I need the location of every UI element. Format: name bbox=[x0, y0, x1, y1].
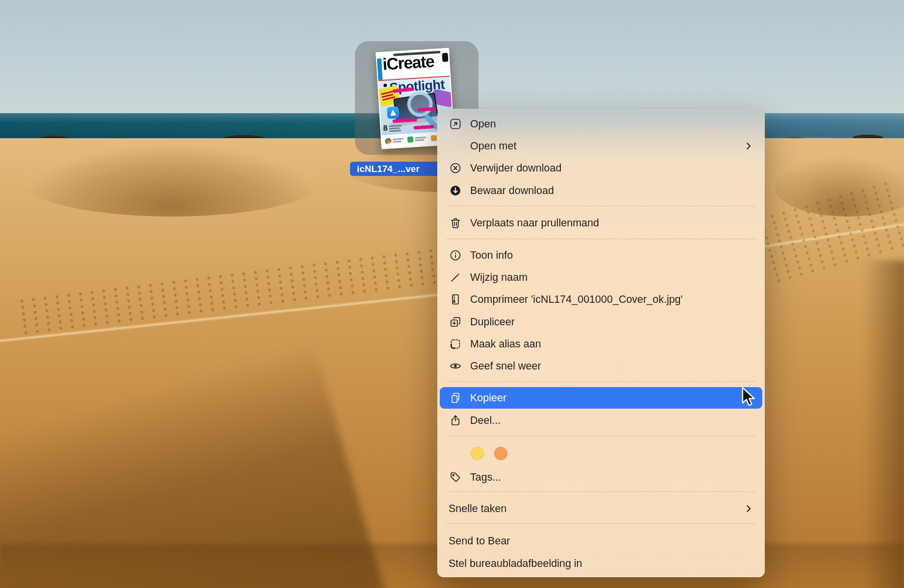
tag-color-orange[interactable] bbox=[494, 447, 507, 460]
tag-icon bbox=[449, 471, 462, 484]
menu-item-geef-snel-weer[interactable]: Geef snel weer bbox=[440, 355, 762, 377]
desktop: iCreate Spotlight 8 bbox=[0, 0, 904, 588]
menu-item-label: Open met bbox=[470, 140, 516, 152]
footprint-trail bbox=[19, 241, 501, 335]
dune-bowl-shadow bbox=[20, 143, 324, 217]
tag-color-yellow[interactable] bbox=[471, 447, 484, 460]
tag-colors-row bbox=[440, 442, 762, 464]
cover-label-pill bbox=[413, 125, 434, 130]
menu-item-label: Deel... bbox=[470, 415, 501, 427]
menu-separator bbox=[446, 239, 756, 239]
cover-appstore-icon bbox=[387, 106, 399, 119]
share-icon bbox=[449, 414, 462, 427]
menu-item-stel-bureaubladafbeelding[interactable]: Stel bureaubladafbeelding in bbox=[440, 553, 762, 574]
menu-item-label: Snelle taken bbox=[449, 503, 506, 515]
menu-item-label: Bewaar download bbox=[470, 185, 554, 197]
menu-item-send-to-bear[interactable]: Send to Bear bbox=[440, 530, 762, 552]
menu-separator bbox=[446, 381, 756, 382]
dune-shadow bbox=[863, 261, 904, 588]
file-name-label[interactable]: icNL174_...ver bbox=[350, 162, 441, 176]
info-icon bbox=[449, 249, 462, 262]
app-icon bbox=[431, 135, 437, 141]
menu-item-label: Wijzig naam bbox=[470, 271, 527, 284]
alias-icon bbox=[449, 338, 462, 350]
remove-download-icon bbox=[449, 162, 462, 174]
compress-zip-icon bbox=[449, 293, 462, 306]
menu-item-label: Stel bureaubladafbeelding in bbox=[449, 558, 582, 570]
empty-icon-slot bbox=[449, 140, 462, 152]
chrome-icon bbox=[385, 138, 392, 145]
duplicate-icon bbox=[449, 316, 462, 328]
menu-item-deel[interactable]: Deel... bbox=[440, 410, 762, 431]
menu-item-label: Comprimeer 'icNL174_001000_Cover_ok.jpg' bbox=[470, 294, 683, 306]
cover-dot bbox=[383, 83, 387, 87]
menu-item-maak-alias[interactable]: Maak alias aan bbox=[440, 333, 762, 355]
menu-item-verplaats-prullenmand[interactable]: Verplaats naar prullenmand bbox=[440, 212, 762, 234]
chevron-right-icon bbox=[744, 504, 753, 514]
cover-corner-number: 8 bbox=[383, 124, 388, 133]
menu-separator bbox=[446, 523, 756, 524]
menu-item-label: Send to Bear bbox=[449, 535, 510, 547]
cover-watch-icon bbox=[442, 53, 448, 62]
menu-separator bbox=[446, 206, 756, 206]
cover-masthead: iCreate bbox=[382, 52, 434, 74]
menu-item-kopieer[interactable]: Kopieer bbox=[440, 387, 762, 409]
menu-item-tags[interactable]: Tags... bbox=[440, 466, 762, 488]
app-icon bbox=[407, 136, 414, 143]
menu-item-snelle-taken[interactable]: Snelle taken bbox=[440, 498, 762, 519]
menu-item-open-met[interactable]: Open met bbox=[440, 135, 762, 157]
open-icon bbox=[449, 118, 462, 130]
quick-look-eye-icon bbox=[449, 360, 462, 372]
menu-item-label: Kopieer bbox=[470, 392, 506, 404]
menu-separator bbox=[446, 491, 756, 492]
trash-icon bbox=[449, 217, 462, 229]
menu-item-label: Verwijder download bbox=[470, 162, 561, 174]
cover-spine-strip bbox=[377, 58, 383, 80]
menu-item-label: Maak alias aan bbox=[470, 338, 541, 350]
mouse-cursor-icon bbox=[741, 387, 758, 408]
menu-item-label: Dupliceer bbox=[470, 316, 515, 328]
menu-item-label: Tags... bbox=[470, 471, 501, 484]
chevron-right-icon bbox=[744, 141, 753, 151]
context-menu: Open Open met Verwijder download Bewaar … bbox=[437, 109, 765, 577]
menu-item-label: Toon info bbox=[470, 249, 513, 262]
menu-item-label: Verplaats naar prullenmand bbox=[470, 217, 599, 229]
menu-item-label: Geef snel weer bbox=[470, 360, 541, 372]
menu-item-open[interactable]: Open bbox=[440, 113, 762, 135]
menu-item-toon-info[interactable]: Toon info bbox=[440, 245, 762, 266]
menu-separator bbox=[446, 436, 756, 436]
save-download-icon bbox=[449, 184, 462, 197]
rename-pencil-icon bbox=[449, 271, 462, 284]
menu-item-wijzig-naam[interactable]: Wijzig naam bbox=[440, 267, 762, 288]
menu-item-label: Open bbox=[470, 118, 496, 130]
copy-icon bbox=[449, 392, 462, 404]
menu-item-dupliceer[interactable]: Dupliceer bbox=[440, 311, 762, 333]
menu-item-bewaar-download[interactable]: Bewaar download bbox=[440, 180, 762, 201]
menu-item-verwijder-download[interactable]: Verwijder download bbox=[440, 157, 762, 179]
menu-item-comprimeer[interactable]: Comprimeer 'icNL174_001000_Cover_ok.jpg' bbox=[440, 289, 762, 310]
